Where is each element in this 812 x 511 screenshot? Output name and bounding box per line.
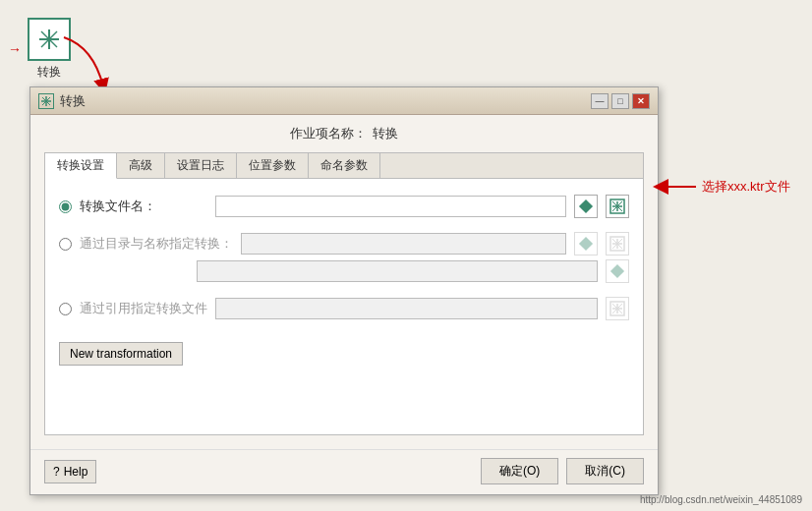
maximize-button[interactable]: □ — [611, 93, 629, 109]
ktr-icon-3 — [609, 301, 625, 316]
job-name-row: 作业项名称： 转换 — [44, 125, 644, 142]
help-icon: ? — [53, 465, 60, 479]
dialog-titlebar: 转换 — □ ✕ — [30, 87, 658, 115]
tabs-container: 转换设置 高级 设置日志 位置参数 命名参数 转换文件名： — [44, 152, 644, 435]
name-input[interactable] — [197, 260, 598, 282]
canvas-area: → 转换 — [0, 0, 812, 511]
title-left: 转换 — [38, 92, 86, 110]
tab-log-settings[interactable]: 设置日志 — [165, 153, 237, 178]
radio-by-dir[interactable] — [59, 238, 72, 251]
radio-label-3: 通过引用指定转换文件 — [80, 300, 207, 317]
ktr-icon-1 — [609, 199, 625, 214]
dialog-footer: ? Help 确定(O) 取消(C) — [30, 449, 658, 494]
tab-position-params[interactable]: 位置参数 — [237, 153, 309, 178]
tabs-header: 转换设置 高级 设置日志 位置参数 命名参数 — [45, 153, 643, 179]
annotation-text: 选择xxx.ktr文件 — [702, 178, 790, 196]
radio-label-2: 通过目录与名称指定转换： — [80, 235, 233, 253]
job-name-value: 转换 — [373, 125, 398, 142]
radio-label-1: 转换文件名： — [80, 198, 207, 215]
minimize-button[interactable]: — — [591, 93, 609, 109]
dialog-title-text: 转换 — [60, 92, 86, 110]
diamond-btn-3 — [606, 259, 629, 283]
radio-row-1: 转换文件名： — [59, 195, 629, 218]
tab-transform-settings[interactable]: 转换设置 — [45, 153, 117, 179]
diamond-btn-1[interactable] — [574, 195, 598, 218]
job-name-label: 作业项名称： — [290, 125, 367, 142]
tab-content: 转换文件名： — [45, 179, 643, 434]
tab-named-params[interactable]: 命名参数 — [309, 153, 380, 178]
canvas-arrow: → — [8, 41, 22, 57]
diamond-icon-2 — [579, 237, 593, 251]
ktr-icon-2 — [609, 236, 625, 252]
ktr-btn-1[interactable] — [606, 195, 629, 218]
help-button[interactable]: ? Help — [44, 460, 96, 483]
ktr-btn-3 — [606, 297, 629, 320]
new-transformation-button[interactable]: New transformation — [59, 342, 183, 366]
diamond-icon-1 — [579, 199, 593, 213]
radio-transform-file[interactable] — [59, 200, 72, 213]
ref-input[interactable] — [215, 298, 598, 319]
tab-advanced[interactable]: 高级 — [117, 153, 165, 178]
dir-input[interactable] — [241, 233, 566, 255]
ktr-btn-2 — [606, 232, 629, 256]
annotation-arrow-svg — [649, 172, 698, 201]
radio-group-2: 通过目录与名称指定转换： — [59, 232, 629, 283]
cancel-button[interactable]: 取消(C) — [566, 458, 644, 484]
radio-row-3: 通过引用指定转换文件 — [59, 297, 629, 320]
title-icon-svg — [40, 95, 52, 107]
transform-file-input[interactable] — [215, 196, 566, 217]
radio-row-2b — [197, 259, 629, 283]
radio-by-ref[interactable] — [59, 303, 72, 315]
diamond-btn-2 — [574, 232, 598, 256]
ok-button[interactable]: 确定(O) — [481, 458, 558, 484]
diamond-icon-3 — [610, 264, 624, 278]
dialog-body: 作业项名称： 转换 转换设置 高级 设置日志 位置参数 命名参数 转换文件名： — [30, 115, 658, 449]
dialog-title-icon — [38, 93, 54, 109]
dialog-window: 转换 — □ ✕ 作业项名称： 转换 转换设置 高级 设置日志 位置参数 — [29, 86, 659, 495]
help-label: Help — [64, 465, 88, 479]
annotation-container: 选择xxx.ktr文件 — [649, 172, 790, 201]
close-button[interactable]: ✕ — [632, 93, 650, 109]
window-controls: — □ ✕ — [591, 93, 650, 109]
watermark: http://blog.csdn.net/weixin_44851089 — [640, 494, 802, 505]
footer-buttons: 确定(O) 取消(C) — [481, 458, 644, 484]
radio-row-2a: 通过目录与名称指定转换： — [59, 232, 629, 256]
